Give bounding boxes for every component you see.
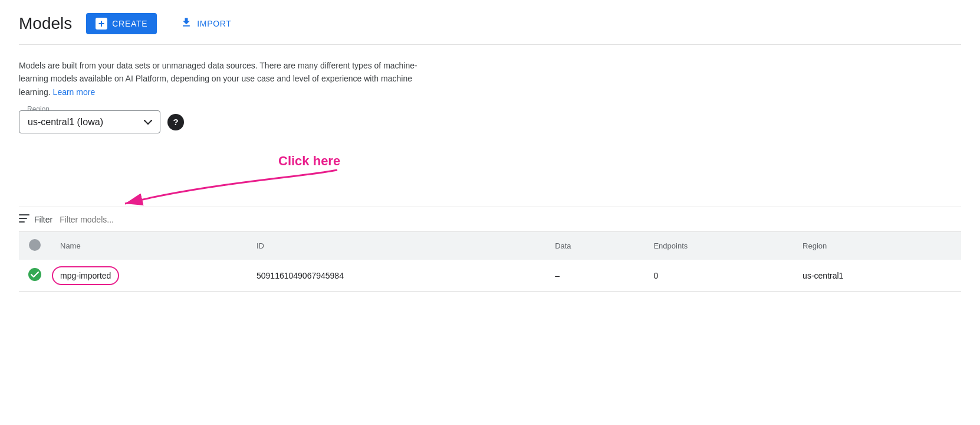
page-title: Models — [19, 14, 72, 33]
plus-icon: + — [96, 18, 107, 30]
header: Models + CREATE IMPORT — [19, 12, 961, 45]
row-id-cell: 5091161049067945984 — [247, 260, 545, 292]
description-section: Models are built from your data sets or … — [19, 45, 432, 110]
table-row[interactable]: mpg-imported 5091161049067945984 – 0 us-… — [19, 260, 961, 292]
region-section: Region us-central1 (Iowa) ? — [19, 110, 961, 133]
col-region: Region — [793, 232, 961, 260]
click-annotation: Click here — [19, 148, 961, 207]
row-status-cell — [19, 260, 51, 292]
col-data: Data — [545, 232, 644, 260]
filter-icon — [19, 214, 29, 224]
models-table: Name ID Data Endpoints Region — [19, 232, 961, 292]
filter-label: Filter — [34, 215, 52, 224]
col-status — [19, 232, 51, 260]
row-name-cell: mpg-imported — [51, 260, 247, 292]
table-header: Name ID Data Endpoints Region — [19, 232, 961, 260]
page-container: Models + CREATE IMPORT Models are built … — [0, 0, 980, 303]
col-endpoints: Endpoints — [644, 232, 793, 260]
row-endpoints-cell: 0 — [644, 260, 793, 292]
row-region-cell: us-central1 — [793, 260, 961, 292]
help-icon[interactable]: ? — [167, 114, 184, 130]
filter-input[interactable] — [60, 215, 961, 224]
status-check-icon — [28, 268, 41, 281]
create-button[interactable]: + CREATE — [86, 13, 157, 34]
table-header-row: Name ID Data Endpoints Region — [19, 232, 961, 260]
row-data-cell: – — [545, 260, 644, 292]
region-select-wrapper: Region us-central1 (Iowa) ? — [19, 110, 184, 133]
status-header-circle — [29, 239, 41, 251]
description-text: Models are built from your data sets or … — [19, 59, 432, 99]
col-name: Name — [51, 232, 247, 260]
region-select[interactable]: us-central1 (Iowa) — [19, 110, 160, 133]
create-label: CREATE — [112, 19, 147, 28]
model-name[interactable]: mpg-imported — [60, 271, 111, 280]
svg-rect-2 — [19, 218, 27, 219]
svg-point-4 — [28, 268, 41, 281]
import-button[interactable]: IMPORT — [171, 12, 241, 35]
region-dropdown-container: Region us-central1 (Iowa) — [19, 110, 160, 133]
import-icon — [180, 17, 192, 30]
col-id: ID — [247, 232, 545, 260]
svg-rect-3 — [19, 221, 25, 223]
question-mark: ? — [173, 117, 178, 127]
filter-icon-wrapper: Filter — [19, 214, 52, 224]
svg-rect-1 — [19, 214, 29, 215]
annotation-arrow — [19, 148, 432, 212]
import-label: IMPORT — [197, 19, 231, 28]
table-body: mpg-imported 5091161049067945984 – 0 us-… — [19, 260, 961, 292]
learn-more-link[interactable]: Learn more — [53, 87, 96, 97]
